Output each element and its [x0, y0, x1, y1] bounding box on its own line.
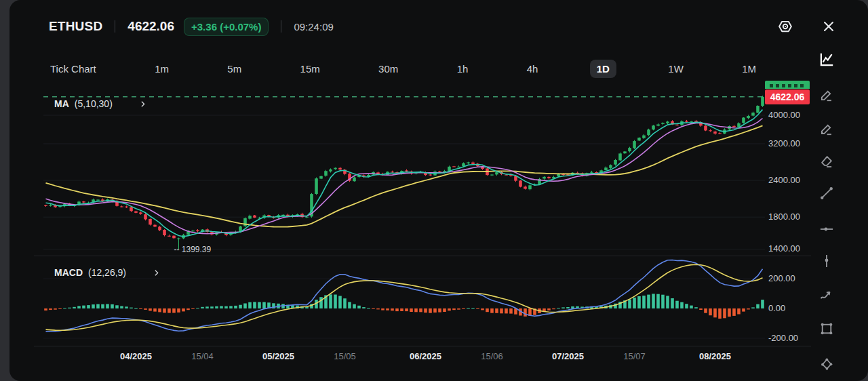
candlestick-chart[interactable]	[0, 0, 868, 381]
low-price-annotation: -- 1399.39	[174, 245, 212, 254]
chevron-right-icon[interactable]	[138, 100, 147, 108]
horizontal-line-icon[interactable]	[818, 220, 835, 238]
ma-indicator-label[interactable]: MA (5,10,30)	[54, 98, 147, 109]
current-price-badge: 4622.06	[765, 89, 810, 104]
header-divider	[115, 20, 115, 33]
time-axis-label: 15/07	[623, 351, 646, 361]
chart-header: ETHUSD 4622.06 +3.36 (+0.07%) 09:24:09	[49, 15, 334, 38]
timeframe-tab-5m[interactable]: 5m	[220, 60, 248, 78]
price-axis-label: 3200.00	[768, 138, 800, 148]
macd-params: (12,26,9)	[88, 267, 126, 278]
time-axis-label: 06/2025	[410, 351, 441, 361]
time-axis-label: 15/05	[334, 351, 356, 361]
time-axis-label: 05/2025	[262, 351, 294, 361]
eraser-icon[interactable]	[818, 153, 835, 170]
last-price: 4622.06	[127, 19, 174, 34]
timeframe-tab-15m[interactable]: 15m	[294, 60, 327, 78]
wave-arrow-icon[interactable]	[818, 286, 835, 304]
timeframe-tab-1m[interactable]: 1M	[735, 60, 763, 78]
polygon-icon[interactable]	[818, 355, 835, 373]
header-divider	[281, 20, 281, 33]
timeframe-tab-1h[interactable]: 1h	[450, 60, 475, 78]
vertical-line-icon[interactable]	[818, 252, 835, 270]
trading-chart-screen: ETHUSD 4622.06 +3.36 (+0.07%) 09:24:09 T…	[0, 0, 868, 381]
ma-params: (5,10,30)	[75, 98, 113, 109]
timeframe-tab-1d[interactable]: 1D	[590, 60, 616, 78]
price-change-badge: +3.36 (+0.07%)	[184, 18, 269, 36]
timeframe-tab-30m[interactable]: 30m	[372, 60, 405, 78]
time-axis-label: 08/2025	[699, 351, 731, 361]
macd-name: MACD	[54, 267, 83, 278]
timeframe-tab-4h[interactable]: 4h	[520, 60, 545, 78]
symbol-title: ETHUSD	[49, 19, 102, 34]
time-axis-label: 15/06	[481, 351, 503, 361]
price-axis-label: 1400.00	[768, 243, 800, 254]
chevron-right-icon[interactable]	[152, 268, 161, 277]
macd-indicator-label[interactable]: MACD (12,26,9)	[54, 267, 161, 278]
macd-axis-label: -200.00	[768, 333, 798, 343]
price-axis-label: 4000.00	[768, 110, 800, 120]
marker-icon[interactable]	[818, 120, 835, 138]
time-axis-label: 15/04	[191, 351, 214, 361]
ma-name: MA	[54, 98, 69, 109]
settings-icon[interactable]	[776, 18, 794, 35]
timeframe-tab-1m[interactable]: 1m	[148, 60, 176, 78]
close-icon[interactable]	[822, 20, 835, 33]
trend-line-icon[interactable]	[818, 184, 835, 202]
pencil-icon[interactable]	[818, 86, 835, 104]
timeframe-tab-tick-chart[interactable]: Tick Chart	[43, 60, 103, 78]
time-axis-label: 07/2025	[552, 351, 584, 361]
price-axis-label: 2400.00	[768, 175, 800, 185]
timeframe-tab-1w[interactable]: 1W	[661, 60, 690, 78]
macd-axis-label: 200.00	[768, 273, 795, 283]
macd-axis-label: 0.00	[768, 303, 785, 313]
line-chart-icon[interactable]	[818, 51, 835, 68]
rectangle-icon[interactable]	[818, 320, 835, 338]
server-time: 09:24:09	[294, 21, 333, 33]
high-price-badge-clipped	[765, 81, 810, 89]
time-axis-label: 04/2025	[120, 351, 152, 361]
timeframe-tabs: Tick Chart1m5m15m30m1h4h1D1W1M	[43, 58, 763, 79]
price-axis-label: 1800.00	[768, 212, 800, 222]
